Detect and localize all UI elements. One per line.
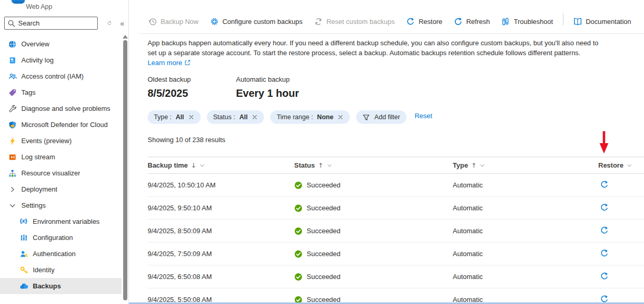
restore-backup-icon[interactable]	[600, 272, 609, 281]
backup-time-cell: 9/4/2025, 6:50:08 AM	[148, 273, 294, 281]
documentation-button[interactable]: Documentation	[568, 14, 637, 29]
restore-backup-icon[interactable]	[600, 249, 609, 258]
type-cell: Automatic	[453, 227, 598, 235]
column-header-status[interactable]: Status↑	[294, 161, 453, 169]
access-control-icon	[8, 72, 17, 81]
table-row[interactable]: 9/4/2025, 7:50:09 AMSucceededAutomatic	[148, 243, 644, 265]
status-text: Succeeded	[307, 227, 340, 235]
restore-backup-icon[interactable]	[600, 226, 609, 235]
backups-content: App backups happen automatically every h…	[129, 33, 644, 304]
filter-pill-type[interactable]: Type : All	[148, 110, 201, 124]
restore-backup-icon[interactable]	[600, 295, 609, 303]
close-icon[interactable]	[188, 114, 194, 120]
sidebar-item-access-control-iam[interactable]: Access control (IAM)	[0, 68, 122, 84]
command-bar-divider	[139, 33, 644, 34]
filter-pill-status[interactable]: Status : All	[207, 110, 264, 124]
sidebar-item-settings[interactable]: Settings	[0, 197, 122, 213]
sidebar-item-microsoft-defender-for-cloud[interactable]: Microsoft Defender for Cloud	[0, 117, 122, 133]
automatic-backup-value: Every 1 hour	[236, 87, 299, 99]
chevron-down-icon	[479, 162, 485, 169]
oldest-backup-stat: Oldest backup 8/5/2025	[148, 75, 236, 99]
sidebar-item-label: Activity log	[21, 56, 54, 64]
success-check-icon	[294, 204, 303, 212]
authentication-icon	[20, 250, 28, 258]
table-row[interactable]: 9/4/2025, 10:50:10 AMSucceededAutomatic	[148, 174, 644, 197]
status-cell: Succeeded	[294, 227, 453, 235]
menu-refresh-icon[interactable]	[107, 20, 112, 27]
column-header-restore[interactable]: Restore	[598, 161, 644, 169]
sidebar-item-identity[interactable]: Identity	[0, 262, 122, 278]
status-text: Succeeded	[307, 273, 340, 281]
restore-backup-icon[interactable]	[600, 203, 609, 212]
table-row[interactable]: 9/4/2025, 6:50:08 AMSucceededAutomatic	[148, 265, 644, 288]
search-input[interactable]	[18, 19, 95, 27]
scrollbar-up-arrow-icon[interactable]	[123, 35, 128, 39]
refresh-button[interactable]: Refresh	[448, 14, 496, 29]
toolbar-button-label: Documentation	[586, 18, 631, 26]
sidebar-item-environment-variables[interactable]: {x}Environment variables	[0, 213, 122, 230]
collapse-sidebar-button[interactable]	[120, 20, 124, 27]
column-header-backup-time[interactable]: Backup time↓	[148, 161, 294, 169]
toolbar-button-label: Configure custom backups	[222, 18, 303, 26]
sidebar-search-row	[0, 14, 128, 34]
sidebar-item-diagnose-and-solve-problems[interactable]: Diagnose and solve problems	[0, 100, 122, 117]
events-icon	[8, 137, 17, 145]
sidebar-scrollbar[interactable]	[122, 33, 128, 304]
sidebar-search-box[interactable]	[4, 17, 98, 30]
sort-ascending-icon: ↑	[471, 162, 476, 169]
configure-custom-backups-button[interactable]: Configure custom backups	[204, 14, 308, 29]
restore-backup-icon[interactable]	[600, 180, 609, 189]
filter-pill-time-range[interactable]: Time range : None	[270, 110, 350, 124]
restore-icon	[406, 17, 415, 26]
add-filter-button[interactable]: Add filter	[356, 110, 406, 124]
backup-time-cell: 9/4/2025, 8:50:09 AM	[148, 227, 294, 235]
sidebar-item-resource-visualizer[interactable]: Resource visualizer	[0, 165, 122, 181]
filter-funnel-icon	[362, 113, 370, 121]
backup-time-cell: 9/4/2025, 10:50:10 AM	[148, 181, 294, 189]
learn-more-text: Learn more	[148, 59, 182, 67]
toolbar-separator	[563, 13, 563, 26]
filter-bar: Type : AllStatus : AllTime range : NoneA…	[148, 110, 644, 124]
log-stream-icon	[8, 153, 17, 161]
sidebar-item-tags[interactable]: Tags	[0, 84, 122, 100]
status-cell: Succeeded	[294, 273, 453, 281]
gear-icon	[210, 17, 219, 26]
external-link-icon	[184, 59, 191, 66]
oldest-backup-label: Oldest backup	[148, 75, 236, 83]
sidebar-item-overview[interactable]: Overview	[0, 36, 122, 52]
table-row[interactable]: 9/4/2025, 8:50:09 AMSucceededAutomatic	[148, 220, 644, 243]
sort-descending-icon: ↓	[191, 162, 196, 169]
restore-cell	[598, 272, 644, 282]
filter-pill-label: Status :	[213, 113, 235, 121]
toolbar-button-label: Restore	[418, 18, 442, 26]
close-icon[interactable]	[337, 114, 344, 120]
reset-filters-link[interactable]: Reset	[415, 110, 432, 120]
column-header-label: Restore	[598, 161, 623, 169]
sidebar-item-activity-log[interactable]: Activity log	[0, 52, 122, 68]
column-header-type[interactable]: Type↑	[453, 161, 598, 169]
sidebar-item-authentication[interactable]: Authentication	[0, 246, 122, 262]
sidebar-item-configuration[interactable]: Configuration	[0, 230, 122, 246]
table-row[interactable]: 9/4/2025, 5:50:08 AMSucceededAutomatic	[148, 288, 644, 304]
sidebar-item-log-stream[interactable]: Log stream	[0, 149, 122, 165]
backup-time-cell: 9/4/2025, 7:50:09 AM	[148, 250, 294, 258]
close-icon[interactable]	[252, 114, 258, 120]
learn-more-link[interactable]: Learn more	[148, 59, 191, 67]
table-row[interactable]: 9/4/2025, 9:50:10 AMSucceededAutomatic	[148, 197, 644, 220]
sidebar-item-deployment[interactable]: Deployment	[0, 181, 122, 197]
tags-icon	[8, 88, 17, 97]
scrollbar-thumb[interactable]	[123, 40, 127, 300]
filter-pill-value: None	[317, 113, 333, 121]
toolbar-button-label: Reset custom backups	[326, 18, 395, 26]
sidebar-item-label: Resource visualizer	[21, 169, 80, 177]
sidebar-item-events-preview[interactable]: Events (preview)	[0, 133, 122, 149]
sidebar-item-backups[interactable]: Backups	[0, 278, 122, 294]
defender-icon	[8, 121, 17, 129]
success-check-icon	[294, 181, 303, 189]
refresh-icon	[454, 17, 463, 26]
backup-now-button: Backup Now	[142, 14, 204, 29]
status-text: Succeeded	[307, 204, 340, 212]
restore-button[interactable]: Restore	[400, 14, 448, 29]
troubleshoot-button[interactable]: Troubleshoot	[495, 14, 558, 29]
backups-table: Backup time↓Status↑Type↑Restore 9/4/2025…	[148, 157, 644, 304]
